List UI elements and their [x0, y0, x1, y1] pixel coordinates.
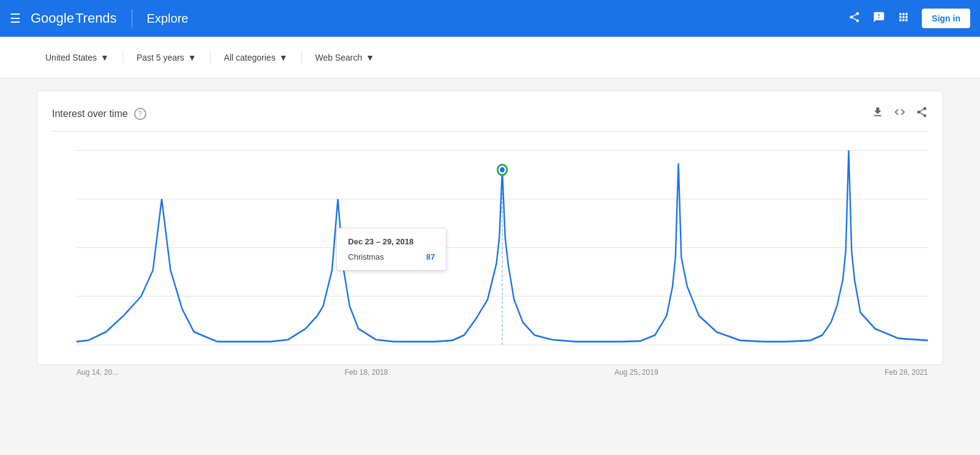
- x-label-3: Aug 25, 2019: [614, 368, 658, 377]
- embed-icon[interactable]: [894, 106, 906, 121]
- filter-separator-1: [123, 50, 123, 65]
- search-type-filter[interactable]: Web Search ▼: [307, 48, 383, 67]
- download-icon[interactable]: [872, 106, 884, 121]
- categories-filter[interactable]: All categories ▼: [216, 48, 296, 67]
- filter-separator-2: [210, 50, 211, 65]
- region-filter[interactable]: United States ▼: [37, 48, 118, 67]
- region-label: United States: [45, 53, 97, 62]
- chart-divider: [52, 131, 928, 132]
- filter-separator-3: [301, 50, 302, 65]
- x-label-2: Feb 18, 2018: [345, 368, 388, 377]
- x-label-4: Feb 28, 2021: [884, 368, 928, 377]
- logo-google: Google: [31, 10, 74, 26]
- sign-in-button[interactable]: Sign in: [922, 9, 970, 28]
- header-icons: Sign in: [848, 9, 970, 28]
- period-chevron: ▼: [188, 53, 197, 62]
- logo: Google Trends: [31, 10, 117, 26]
- period-filter[interactable]: Past 5 years ▼: [128, 48, 205, 67]
- chart-area: 100 75 50 25 Aug 14, 20... Feb 18, 2018 …: [77, 144, 928, 364]
- period-label: Past 5 years: [137, 53, 184, 62]
- chart-title: Interest over time: [52, 108, 128, 119]
- main-content: Interest over time ?: [0, 78, 980, 455]
- chart-actions: [872, 106, 928, 121]
- explore-label: Explore: [147, 12, 189, 26]
- categories-label: All categories: [224, 53, 276, 62]
- header: ☰ Google Trends Explore Sign in: [0, 0, 980, 37]
- share-icon[interactable]: [848, 11, 861, 26]
- chart-svg: 100 75 50 25: [77, 144, 928, 364]
- apps-icon[interactable]: [897, 11, 910, 26]
- filter-bar: United States ▼ Past 5 years ▼ All categ…: [0, 37, 980, 78]
- region-chevron: ▼: [100, 53, 109, 62]
- share-chart-icon[interactable]: [916, 106, 928, 121]
- categories-chevron: ▼: [279, 53, 288, 62]
- feedback-icon[interactable]: [873, 11, 885, 26]
- menu-icon[interactable]: ☰: [10, 11, 21, 26]
- chart-header: Interest over time ?: [52, 106, 928, 121]
- chart-title-group: Interest over time ?: [52, 108, 146, 120]
- search-type-chevron: ▼: [366, 53, 374, 62]
- header-divider: [132, 9, 132, 28]
- help-icon[interactable]: ?: [134, 108, 146, 120]
- chart-card: Interest over time ?: [37, 91, 943, 365]
- search-type-label: Web Search: [315, 53, 363, 62]
- logo-trends: Trends: [75, 10, 117, 26]
- x-label-1: Aug 14, 20...: [77, 368, 118, 377]
